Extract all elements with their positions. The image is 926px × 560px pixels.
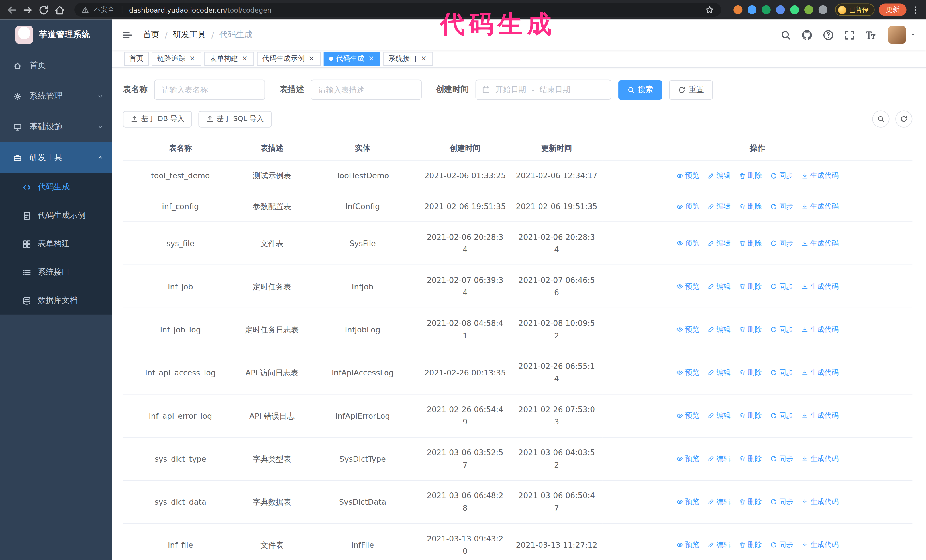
close-icon[interactable]: ×	[188, 55, 196, 63]
caret-down-icon[interactable]	[909, 31, 917, 38]
extension-icon[interactable]	[762, 5, 771, 14]
update-button[interactable]: 更新	[879, 3, 906, 16]
action-edit[interactable]: 编辑	[707, 366, 731, 379]
action-sync[interactable]: 同步	[770, 453, 793, 465]
action-edit[interactable]: 编辑	[707, 237, 731, 249]
bookmark-star-icon[interactable]	[705, 5, 714, 14]
view-tab-1[interactable]: 链路追踪×	[152, 52, 201, 65]
action-generate[interactable]: 生成代码	[802, 169, 839, 182]
action-generate[interactable]: 生成代码	[802, 539, 839, 551]
import-db-button[interactable]: 基于 DB 导入	[123, 111, 192, 127]
breadcrumb-item-home[interactable]: 首页	[143, 30, 160, 40]
sidebar-item-infra[interactable]: 基础设施	[0, 112, 112, 142]
close-icon[interactable]: ×	[367, 55, 375, 63]
breadcrumb-item-devtools[interactable]: 研发工具	[173, 30, 206, 40]
action-sync[interactable]: 同步	[770, 409, 793, 422]
action-delete[interactable]: 删除	[739, 323, 762, 336]
hamburger-icon[interactable]	[122, 29, 133, 41]
extension-icon[interactable]	[747, 5, 757, 14]
action-generate[interactable]: 生成代码	[802, 366, 839, 379]
sidebar-item-codegen[interactable]: 代码生成	[0, 173, 112, 201]
toggle-search-button[interactable]	[872, 110, 889, 128]
sidebar-item-db-doc[interactable]: 数据库文档	[0, 286, 112, 314]
paused-badge[interactable]: 已暂停	[835, 3, 875, 16]
action-sync[interactable]: 同步	[770, 539, 793, 551]
action-generate[interactable]: 生成代码	[802, 496, 839, 508]
font-size-icon[interactable]	[865, 29, 876, 41]
extension-icon[interactable]	[733, 5, 742, 14]
action-delete[interactable]: 删除	[739, 539, 762, 551]
action-sync[interactable]: 同步	[770, 496, 793, 508]
action-preview[interactable]: 预览	[676, 539, 699, 551]
action-edit[interactable]: 编辑	[707, 496, 731, 508]
refresh-table-button[interactable]	[895, 110, 912, 128]
view-tab-3[interactable]: 代码生成示例×	[257, 52, 321, 65]
action-edit[interactable]: 编辑	[707, 539, 731, 551]
action-sync[interactable]: 同步	[770, 366, 793, 379]
address-bar[interactable]: 不安全 dashboard.yudao.iocoder.cn/tool/code…	[74, 3, 721, 17]
action-edit[interactable]: 编辑	[707, 280, 731, 293]
action-preview[interactable]: 预览	[676, 496, 699, 508]
sidebar-item-form-builder[interactable]: 表单构建	[0, 229, 112, 258]
back-button[interactable]	[6, 4, 18, 15]
table-desc-input[interactable]	[310, 80, 422, 100]
action-preview[interactable]: 预览	[676, 409, 699, 422]
extension-icon[interactable]	[776, 5, 785, 14]
action-edit[interactable]: 编辑	[707, 169, 731, 182]
action-sync[interactable]: 同步	[770, 323, 793, 336]
sidebar-item-home[interactable]: 首页	[0, 50, 112, 81]
sidebar-item-devtools[interactable]: 研发工具	[0, 142, 112, 173]
close-icon[interactable]: ×	[420, 55, 428, 63]
sidebar-item-system-api[interactable]: 系统接口	[0, 258, 112, 286]
reload-button[interactable]	[38, 4, 50, 15]
help-icon[interactable]	[823, 29, 834, 41]
reset-button[interactable]: 重置	[669, 80, 713, 100]
action-generate[interactable]: 生成代码	[802, 453, 839, 465]
action-sync[interactable]: 同步	[770, 237, 793, 249]
forward-button[interactable]	[22, 4, 33, 15]
import-sql-button[interactable]: 基于 SQL 导入	[198, 111, 272, 127]
sidebar-item-system[interactable]: 系统管理	[0, 81, 112, 112]
action-delete[interactable]: 删除	[739, 169, 762, 182]
action-delete[interactable]: 删除	[739, 280, 762, 293]
search-button[interactable]: 搜索	[618, 80, 662, 100]
action-edit[interactable]: 编辑	[707, 323, 731, 336]
action-delete[interactable]: 删除	[739, 366, 762, 379]
fullscreen-icon[interactable]	[844, 29, 855, 41]
action-edit[interactable]: 编辑	[707, 409, 731, 422]
action-preview[interactable]: 预览	[676, 200, 699, 213]
action-delete[interactable]: 删除	[739, 496, 762, 508]
action-preview[interactable]: 预览	[676, 323, 699, 336]
close-icon[interactable]: ×	[241, 55, 249, 63]
action-delete[interactable]: 删除	[739, 200, 762, 213]
action-sync[interactable]: 同步	[770, 280, 793, 293]
date-range-picker[interactable]: 开始日期 - 结束日期	[475, 80, 611, 100]
action-preview[interactable]: 预览	[676, 280, 699, 293]
view-tab-2[interactable]: 表单构建×	[204, 52, 254, 65]
action-preview[interactable]: 预览	[676, 169, 699, 182]
github-icon[interactable]	[802, 29, 813, 41]
action-delete[interactable]: 删除	[739, 453, 762, 465]
view-tab-0[interactable]: 首页	[124, 52, 149, 65]
action-generate[interactable]: 生成代码	[802, 200, 839, 213]
action-preview[interactable]: 预览	[676, 237, 699, 249]
extension-icon[interactable]	[790, 5, 799, 14]
action-sync[interactable]: 同步	[770, 200, 793, 213]
action-sync[interactable]: 同步	[770, 169, 793, 182]
action-delete[interactable]: 删除	[739, 409, 762, 422]
extension-icon[interactable]	[819, 5, 828, 14]
home-button[interactable]	[54, 4, 65, 15]
action-generate[interactable]: 生成代码	[802, 237, 839, 249]
kebab-menu-icon[interactable]	[911, 5, 920, 15]
action-generate[interactable]: 生成代码	[802, 323, 839, 336]
close-icon[interactable]: ×	[308, 55, 315, 63]
action-edit[interactable]: 编辑	[707, 200, 731, 213]
action-edit[interactable]: 编辑	[707, 453, 731, 465]
action-delete[interactable]: 删除	[739, 237, 762, 249]
search-icon[interactable]	[780, 29, 791, 41]
view-tab-5[interactable]: 系统接口×	[383, 52, 433, 65]
action-generate[interactable]: 生成代码	[802, 280, 839, 293]
sidebar-item-codegen-example[interactable]: 代码生成示例	[0, 201, 112, 229]
view-tab-4[interactable]: 代码生成×	[324, 52, 380, 65]
table-name-input[interactable]	[154, 80, 265, 100]
